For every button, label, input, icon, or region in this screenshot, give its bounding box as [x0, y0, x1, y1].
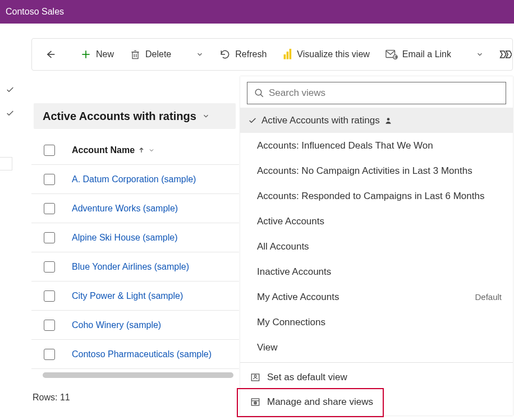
check-icon: [248, 116, 257, 125]
column-header-account-name[interactable]: Account Name: [72, 145, 155, 155]
view-item[interactable]: View: [240, 335, 513, 360]
account-link[interactable]: Coho Winery (sample): [72, 320, 161, 330]
set-default-icon: [250, 372, 260, 382]
email-label: Email a Link: [402, 49, 451, 59]
delete-chevron[interactable]: [190, 44, 209, 65]
svg-rect-9: [287, 52, 289, 59]
view-item[interactable]: Accounts: No Campaign Activities in Last…: [240, 158, 513, 183]
left-rail: [0, 24, 15, 420]
chevron-down-icon: [476, 50, 484, 58]
view-item-label: My Connections: [257, 317, 325, 328]
svg-rect-8: [284, 54, 286, 59]
table-row[interactable]: Contoso Pharmaceuticals (sample): [31, 340, 239, 369]
view-item[interactable]: My Active AccountsDefault: [240, 284, 513, 310]
view-item-label: Accounts: No Campaign Activities in Last…: [257, 165, 472, 177]
account-link[interactable]: Contoso Pharmaceuticals (sample): [72, 349, 212, 359]
view-item-label: All Accounts: [257, 241, 309, 252]
svg-rect-10: [290, 49, 292, 59]
delete-button[interactable]: Delete: [124, 44, 177, 65]
account-link[interactable]: A. Datum Corporation (sample): [72, 174, 196, 184]
svg-point-14: [255, 89, 261, 95]
account-link[interactable]: City Power & Light (sample): [72, 291, 183, 301]
row-checkbox[interactable]: [44, 203, 55, 214]
svg-point-18: [254, 375, 256, 377]
default-badge: Default: [475, 292, 502, 302]
view-item-label: View: [257, 342, 278, 353]
app-titlebar: Contoso Sales: [0, 0, 514, 24]
chevron-down-icon: [148, 147, 155, 154]
search-views-box[interactable]: [247, 82, 506, 104]
select-all-checkbox[interactable]: [44, 145, 55, 156]
flow-button[interactable]: F: [494, 44, 514, 65]
grid-header-row: Account Name: [31, 136, 239, 165]
table-row[interactable]: Blue Yonder Airlines (sample): [31, 252, 239, 281]
manage-share-label: Manage and share views: [267, 396, 373, 408]
svg-point-16: [387, 118, 389, 121]
row-count: Rows: 11: [33, 393, 239, 403]
table-row[interactable]: City Power & Light (sample): [31, 281, 239, 311]
row-checkbox[interactable]: [44, 320, 55, 331]
refresh-button[interactable]: Refresh: [214, 44, 272, 65]
email-chevron[interactable]: [470, 44, 489, 65]
visualize-button[interactable]: Visualize this view: [277, 44, 375, 65]
view-item[interactable]: Inactive Accounts: [240, 259, 513, 284]
view-item-label: Accounts: Responded to Campaigns in Last…: [257, 191, 484, 202]
view-item-label: My Active Accounts: [257, 292, 339, 303]
table-row[interactable]: A. Datum Corporation (sample): [31, 165, 239, 194]
command-bar: New Delete Refresh Visualize this view E…: [31, 38, 513, 71]
row-checkbox[interactable]: [44, 349, 55, 360]
view-item[interactable]: Active Accounts: [240, 209, 513, 234]
table-row[interactable]: Adventure Works (sample): [31, 194, 239, 223]
svg-line-15: [260, 94, 263, 97]
view-selector[interactable]: Active Accounts with ratings: [34, 103, 236, 129]
table-row[interactable]: Coho Winery (sample): [31, 311, 239, 340]
refresh-label: Refresh: [235, 49, 267, 59]
view-item[interactable]: My Connections: [240, 310, 513, 335]
chevron-down-icon: [196, 50, 204, 58]
row-checkbox[interactable]: [44, 174, 55, 185]
view-item[interactable]: Accounts: Responded to Campaigns in Last…: [240, 183, 513, 209]
column-header-label: Account Name: [72, 145, 135, 155]
account-link[interactable]: Alpine Ski House (sample): [72, 233, 178, 243]
set-default-view-button[interactable]: Set as default view: [240, 365, 513, 390]
powerbi-icon: [282, 49, 292, 60]
delete-label: Delete: [145, 49, 171, 59]
refresh-icon: [219, 49, 231, 60]
view-name: Active Accounts with ratings: [43, 110, 196, 123]
view-item-label: Active Accounts with ratings: [261, 115, 380, 126]
manage-views-icon: [250, 397, 260, 407]
flow-icon: [499, 49, 512, 60]
row-checkbox[interactable]: [44, 290, 55, 302]
view-item-label: Active Accounts: [257, 216, 324, 227]
person-icon: [384, 117, 392, 124]
row-checkbox[interactable]: [44, 232, 55, 243]
account-link[interactable]: Blue Yonder Airlines (sample): [72, 262, 189, 272]
view-item[interactable]: Accounts: Influenced Deals That We Won: [240, 133, 513, 158]
horizontal-scrollbar[interactable]: [43, 372, 233, 378]
visualize-label: Visualize this view: [297, 49, 370, 59]
view-selector-panel: Active Accounts with ratingsAccounts: In…: [240, 76, 513, 416]
search-icon: [254, 88, 264, 98]
view-item[interactable]: Active Accounts with ratings: [240, 108, 513, 133]
search-views-input[interactable]: [269, 87, 499, 99]
manage-share-views-button[interactable]: Manage and share views: [240, 390, 513, 414]
account-link[interactable]: Adventure Works (sample): [72, 204, 178, 214]
email-link-button[interactable]: Email a Link: [380, 44, 457, 65]
view-item[interactable]: All Accounts: [240, 234, 513, 259]
plus-icon: [80, 49, 91, 60]
new-label: New: [96, 49, 114, 59]
table-row[interactable]: Alpine Ski House (sample): [31, 223, 239, 252]
set-default-label: Set as default view: [267, 372, 347, 383]
sort-asc-icon: [138, 146, 145, 154]
row-checkbox[interactable]: [44, 261, 55, 273]
back-button[interactable]: [39, 44, 61, 65]
new-button[interactable]: New: [75, 44, 120, 65]
svg-rect-3: [132, 52, 138, 59]
chevron-down-icon: [202, 112, 210, 120]
view-item-label: Inactive Accounts: [257, 266, 331, 278]
email-icon: [386, 49, 398, 59]
view-item-label: Accounts: Influenced Deals That We Won: [257, 140, 433, 151]
check-icon: [6, 85, 15, 94]
back-arrow-icon: [44, 49, 56, 60]
left-rail-block: [0, 157, 12, 170]
